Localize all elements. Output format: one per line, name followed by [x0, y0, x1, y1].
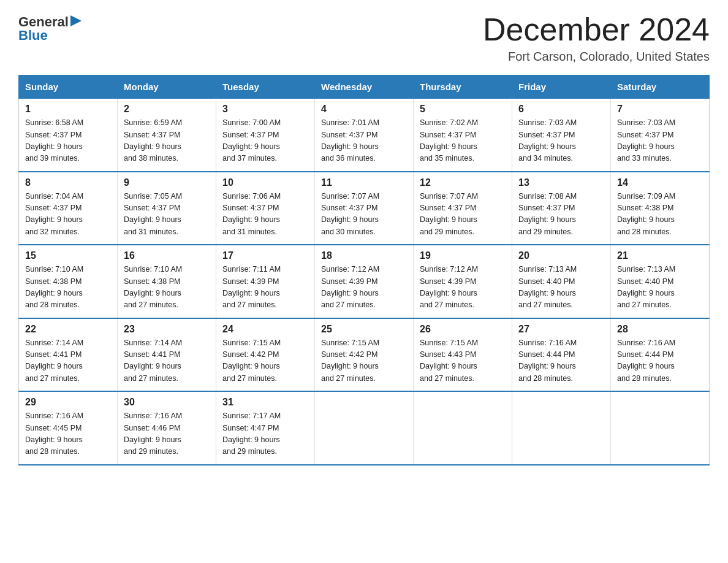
day-number: 8: [25, 177, 111, 188]
day-info: Sunrise: 7:14 AMSunset: 4:41 PMDaylight:…: [124, 337, 210, 385]
day-cell: 24Sunrise: 7:15 AMSunset: 4:42 PMDayligh…: [216, 318, 315, 392]
day-info: Sunrise: 7:07 AMSunset: 4:37 PMDaylight:…: [321, 191, 407, 239]
day-cell: 15Sunrise: 7:10 AMSunset: 4:38 PMDayligh…: [19, 245, 118, 318]
month-title: December 2024: [483, 12, 710, 47]
day-number: 6: [518, 104, 604, 115]
title-block: December 2024 Fort Carson, Colorado, Uni…: [483, 12, 710, 64]
header-cell-friday: Friday: [512, 75, 611, 99]
day-info: Sunrise: 7:13 AMSunset: 4:40 PMDaylight:…: [518, 264, 604, 312]
day-cell: 28Sunrise: 7:16 AMSunset: 4:44 PMDayligh…: [611, 318, 710, 392]
day-info: Sunrise: 7:16 AMSunset: 4:44 PMDaylight:…: [518, 337, 604, 385]
day-number: 20: [518, 250, 604, 261]
day-cell: 1Sunrise: 6:58 AMSunset: 4:37 PMDaylight…: [19, 99, 118, 172]
day-cell: 19Sunrise: 7:12 AMSunset: 4:39 PMDayligh…: [414, 245, 512, 318]
logo-text-blue: Blue: [18, 28, 48, 43]
day-number: 1: [25, 104, 111, 115]
day-number: 31: [222, 397, 308, 408]
day-info: Sunrise: 6:58 AMSunset: 4:37 PMDaylight:…: [25, 117, 111, 165]
day-cell: 20Sunrise: 7:13 AMSunset: 4:40 PMDayligh…: [512, 245, 611, 318]
day-cell: 6Sunrise: 7:03 AMSunset: 4:37 PMDaylight…: [512, 99, 611, 172]
day-cell: 18Sunrise: 7:12 AMSunset: 4:39 PMDayligh…: [315, 245, 414, 318]
day-number: 10: [222, 177, 308, 188]
day-number: 29: [25, 397, 111, 408]
day-info: Sunrise: 7:03 AMSunset: 4:37 PMDaylight:…: [617, 117, 703, 165]
day-cell: 5Sunrise: 7:02 AMSunset: 4:37 PMDaylight…: [414, 99, 512, 172]
day-info: Sunrise: 7:01 AMSunset: 4:37 PMDaylight:…: [321, 117, 407, 165]
day-cell: 22Sunrise: 7:14 AMSunset: 4:41 PMDayligh…: [19, 318, 118, 392]
week-row-5: 29Sunrise: 7:16 AMSunset: 4:45 PMDayligh…: [19, 391, 710, 465]
day-number: 21: [617, 250, 703, 261]
day-cell: 14Sunrise: 7:09 AMSunset: 4:38 PMDayligh…: [611, 172, 710, 245]
day-number: 14: [617, 177, 703, 188]
day-info: Sunrise: 7:10 AMSunset: 4:38 PMDaylight:…: [124, 264, 210, 312]
week-row-2: 8Sunrise: 7:04 AMSunset: 4:37 PMDaylight…: [19, 172, 710, 245]
day-info: Sunrise: 7:08 AMSunset: 4:37 PMDaylight:…: [518, 191, 604, 239]
day-number: 7: [617, 104, 703, 115]
day-cell: 10Sunrise: 7:06 AMSunset: 4:37 PMDayligh…: [216, 172, 315, 245]
day-number: 27: [518, 324, 604, 335]
day-cell: 11Sunrise: 7:07 AMSunset: 4:37 PMDayligh…: [315, 172, 414, 245]
day-info: Sunrise: 7:13 AMSunset: 4:40 PMDaylight:…: [617, 264, 703, 312]
header-cell-tuesday: Tuesday: [216, 75, 315, 99]
calendar-body: 1Sunrise: 6:58 AMSunset: 4:37 PMDaylight…: [19, 99, 710, 465]
day-info: Sunrise: 7:15 AMSunset: 4:43 PMDaylight:…: [420, 337, 506, 385]
day-info: Sunrise: 7:06 AMSunset: 4:37 PMDaylight:…: [222, 191, 308, 239]
day-number: 17: [222, 250, 308, 261]
day-number: 3: [222, 104, 308, 115]
header-cell-monday: Monday: [118, 75, 216, 99]
day-info: Sunrise: 7:00 AMSunset: 4:37 PMDaylight:…: [222, 117, 308, 165]
day-number: 2: [124, 104, 210, 115]
day-info: Sunrise: 7:09 AMSunset: 4:38 PMDaylight:…: [617, 191, 703, 239]
day-cell: [512, 391, 611, 465]
header-cell-sunday: Sunday: [19, 75, 118, 99]
day-info: Sunrise: 7:11 AMSunset: 4:39 PMDaylight:…: [222, 264, 308, 312]
day-info: Sunrise: 7:16 AMSunset: 4:45 PMDaylight:…: [25, 410, 111, 458]
day-cell: 23Sunrise: 7:14 AMSunset: 4:41 PMDayligh…: [118, 318, 216, 392]
day-cell: 2Sunrise: 6:59 AMSunset: 4:37 PMDaylight…: [118, 99, 216, 172]
day-cell: 17Sunrise: 7:11 AMSunset: 4:39 PMDayligh…: [216, 245, 315, 318]
day-cell: 31Sunrise: 7:17 AMSunset: 4:47 PMDayligh…: [216, 391, 315, 465]
day-number: 23: [124, 324, 210, 335]
day-info: Sunrise: 7:12 AMSunset: 4:39 PMDaylight:…: [420, 264, 506, 312]
day-cell: 12Sunrise: 7:07 AMSunset: 4:37 PMDayligh…: [414, 172, 512, 245]
day-number: 28: [617, 324, 703, 335]
week-row-3: 15Sunrise: 7:10 AMSunset: 4:38 PMDayligh…: [19, 245, 710, 318]
day-number: 12: [420, 177, 506, 188]
day-info: Sunrise: 7:03 AMSunset: 4:37 PMDaylight:…: [518, 117, 604, 165]
day-cell: [414, 391, 512, 465]
day-cell: 21Sunrise: 7:13 AMSunset: 4:40 PMDayligh…: [611, 245, 710, 318]
day-info: Sunrise: 7:05 AMSunset: 4:37 PMDaylight:…: [124, 191, 210, 239]
day-info: Sunrise: 7:16 AMSunset: 4:46 PMDaylight:…: [124, 410, 210, 458]
calendar-header: SundayMondayTuesdayWednesdayThursdayFrid…: [19, 75, 710, 99]
day-cell: [611, 391, 710, 465]
day-number: 11: [321, 177, 407, 188]
header-cell-thursday: Thursday: [414, 75, 512, 99]
location-text: Fort Carson, Colorado, United States: [483, 50, 710, 64]
day-cell: 16Sunrise: 7:10 AMSunset: 4:38 PMDayligh…: [118, 245, 216, 318]
page-header: General Blue December 2024 Fort Carson, …: [18, 12, 710, 64]
day-cell: 13Sunrise: 7:08 AMSunset: 4:37 PMDayligh…: [512, 172, 611, 245]
day-info: Sunrise: 7:14 AMSunset: 4:41 PMDaylight:…: [25, 337, 111, 385]
day-number: 4: [321, 104, 407, 115]
week-row-1: 1Sunrise: 6:58 AMSunset: 4:37 PMDaylight…: [19, 99, 710, 172]
day-info: Sunrise: 7:12 AMSunset: 4:39 PMDaylight:…: [321, 264, 407, 312]
day-info: Sunrise: 7:10 AMSunset: 4:38 PMDaylight:…: [25, 264, 111, 312]
day-cell: 25Sunrise: 7:15 AMSunset: 4:42 PMDayligh…: [315, 318, 414, 392]
day-cell: [315, 391, 414, 465]
day-number: 16: [124, 250, 210, 261]
day-number: 19: [420, 250, 506, 261]
day-cell: 29Sunrise: 7:16 AMSunset: 4:45 PMDayligh…: [19, 391, 118, 465]
day-number: 22: [25, 324, 111, 335]
svg-marker-0: [70, 15, 82, 26]
header-row: SundayMondayTuesdayWednesdayThursdayFrid…: [19, 75, 710, 99]
day-cell: 3Sunrise: 7:00 AMSunset: 4:37 PMDaylight…: [216, 99, 315, 172]
day-number: 5: [420, 104, 506, 115]
day-number: 9: [124, 177, 210, 188]
day-number: 13: [518, 177, 604, 188]
day-info: Sunrise: 7:17 AMSunset: 4:47 PMDaylight:…: [222, 410, 308, 458]
day-info: Sunrise: 6:59 AMSunset: 4:37 PMDaylight:…: [124, 117, 210, 165]
calendar-table: SundayMondayTuesdayWednesdayThursdayFrid…: [18, 75, 710, 465]
day-number: 30: [124, 397, 210, 408]
day-number: 15: [25, 250, 111, 261]
day-number: 26: [420, 324, 506, 335]
